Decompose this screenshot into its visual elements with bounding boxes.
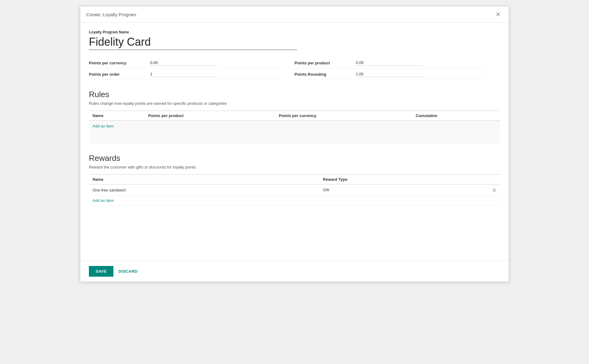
rewards-add-item-row: Add an item [89, 196, 500, 206]
rewards-title: Rewards [89, 154, 500, 163]
points-per-order-row: Points per order [89, 69, 282, 80]
save-button[interactable]: SAVE [89, 266, 113, 277]
rules-add-item-button[interactable]: Add an item [93, 124, 114, 128]
points-per-product-input[interactable] [356, 60, 423, 66]
rules-title: Rules [89, 90, 500, 99]
rewards-col-reward-type: Reward Type [319, 175, 500, 184]
rules-col-cumulative: Cumulative [412, 111, 500, 121]
reward-type-cell: Gift 🗑 [319, 184, 500, 196]
rewards-col-name: Name [89, 175, 319, 184]
rewards-table: Name Reward Type One free sandwich Gift … [89, 174, 500, 206]
points-per-order-input[interactable] [150, 71, 218, 77]
points-per-currency-label: Points per currency [89, 61, 150, 65]
discard-button[interactable]: DISCARD [118, 269, 138, 274]
rules-table: Name Points per product Points per curre… [89, 111, 500, 144]
rules-add-item-row: Add an item [89, 121, 500, 132]
program-name-label: Loyalty Program Name [89, 30, 500, 34]
rules-col-name: Name [89, 111, 145, 121]
rewards-description: Reward the customer with gifts or discou… [89, 165, 500, 169]
points-per-order-label: Points per order [89, 72, 150, 77]
rules-add-item-cell: Add an item [89, 121, 500, 132]
rules-col-points-per-currency: Points per currency [275, 111, 412, 121]
rules-empty-cell [89, 131, 500, 144]
points-per-product-row: Points per product [294, 57, 488, 69]
points-per-currency-input[interactable] [150, 60, 218, 66]
rewards-header-row: Name Reward Type [89, 175, 500, 184]
rules-section: Rules Rules change how loyalty points ar… [89, 90, 500, 144]
points-per-currency-row: Points per currency [89, 57, 282, 69]
dialog-footer: SAVE DISCARD [80, 261, 509, 282]
rewards-row: One free sandwich Gift 🗑 [89, 184, 500, 196]
points-rounding-row: Points Rounding [294, 69, 488, 80]
rules-col-points-per-product: Points per product [145, 111, 275, 121]
fields-right: Points per product Points Rounding [294, 57, 500, 80]
dialog: Create: Loyalty Program ✕ Loyalty Progra… [80, 6, 509, 282]
rewards-section: Rewards Reward the customer with gifts o… [89, 154, 500, 206]
reward-name-cell: One free sandwich [89, 184, 319, 196]
dialog-title: Create: Loyalty Program [86, 12, 136, 17]
fields-grid: Points per currency Points per order Poi… [89, 57, 500, 80]
rewards-add-item-cell: Add an item [89, 196, 500, 206]
dialog-header: Create: Loyalty Program ✕ [80, 6, 509, 23]
points-rounding-input[interactable] [356, 71, 423, 77]
close-button[interactable]: ✕ [494, 11, 503, 18]
program-name-input[interactable] [89, 36, 297, 50]
rewards-add-item-button[interactable]: Add an item [93, 198, 114, 203]
rules-empty-row [89, 131, 500, 144]
delete-reward-icon[interactable]: 🗑 [492, 188, 496, 192]
points-per-product-label: Points per product [294, 61, 356, 65]
points-rounding-label: Points Rounding [294, 72, 356, 77]
rules-description: Rules change how loyalty points are earn… [89, 101, 500, 106]
rules-header-row: Name Points per product Points per curre… [89, 111, 500, 121]
fields-left: Points per currency Points per order [89, 57, 294, 80]
dialog-body: Loyalty Program Name Points per currency… [80, 23, 509, 261]
